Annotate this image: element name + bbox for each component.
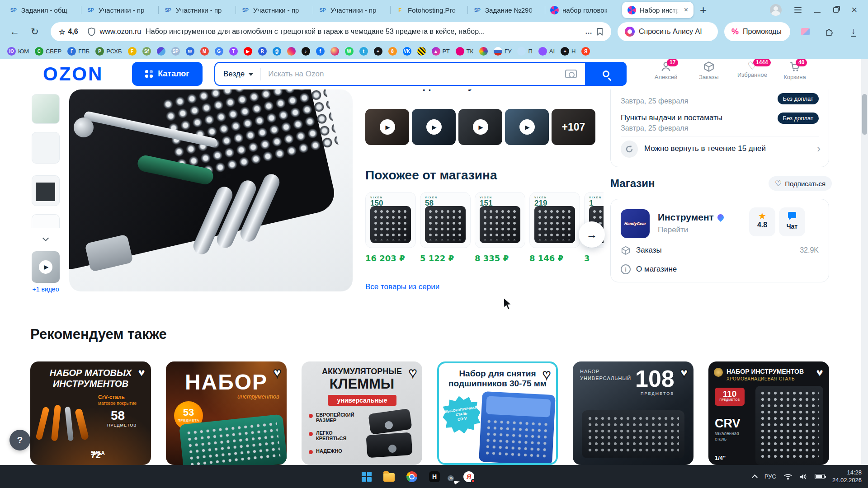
customer-video-4[interactable]: ▶ [505, 109, 549, 145]
browser-tab[interactable]: SP Участники - пр [313, 0, 390, 20]
bookmark-item[interactable]: Ю ЮМ [7, 47, 29, 56]
thumbnails-scroll-down[interactable] [32, 236, 60, 240]
product-thumbnail-2[interactable] [32, 132, 60, 164]
bookmark-item[interactable]: Я [581, 47, 590, 56]
site-rating[interactable]: ☆4,6 [59, 28, 78, 36]
shield-icon[interactable] [88, 28, 95, 36]
catalog-button[interactable]: Каталог [132, 62, 203, 86]
bookmark-item[interactable]: ТК [456, 47, 474, 56]
help-button[interactable]: ? [9, 430, 30, 450]
customer-videos-more[interactable]: +107 [552, 109, 595, 145]
new-tab-button[interactable]: + [700, 4, 707, 16]
browser-profile-avatar[interactable] [770, 4, 782, 16]
scrollbar-thumb[interactable] [862, 94, 867, 135]
back-icon[interactable]: ← [10, 26, 19, 37]
browser-tab[interactable]: SP Задание №290 [467, 0, 545, 20]
camera-search-icon[interactable] [565, 70, 577, 78]
browser-tab[interactable]: F Fotohosting.Pro [390, 0, 467, 20]
similar-product-card[interactable]: VIXEN 151 8 335 ₽ [475, 192, 525, 289]
more-dots-icon[interactable]: … [585, 28, 592, 36]
windows-start-icon[interactable] [362, 472, 372, 482]
bookmark-item[interactable]: Г ГПБ [67, 47, 90, 56]
favorite-heart-icon[interactable]: ♥ [273, 365, 281, 380]
search-scope-dropdown[interactable]: Везде [215, 70, 260, 79]
url-field[interactable]: ☆4,6 www.ozon.ru Набор инструментов для … [51, 22, 611, 41]
store-about-row[interactable]: i О магазине [621, 264, 819, 274]
taskbar-clock[interactable]: 14:28 24.02.2026 [832, 469, 862, 484]
store-name[interactable]: Инструмент [658, 212, 724, 223]
search-bar[interactable]: Везде Искать на Ozon [214, 62, 627, 86]
bookmark-item[interactable]: ✉ [186, 47, 194, 56]
store-go-link[interactable]: Перейти [658, 225, 688, 235]
bookmark-item[interactable]: W [345, 47, 354, 56]
recommend-card-3[interactable]: ♥ АККУМУЛЯТОРНЫЕ КЛЕММЫ универсальные ЕВ… [302, 361, 422, 465]
bookmark-item[interactable]: f [316, 47, 325, 56]
bookmark-item[interactable]: SP [171, 47, 180, 56]
customer-video-2[interactable]: ▶ [412, 109, 456, 145]
search-button[interactable] [585, 62, 627, 86]
bookmark-item[interactable] [287, 47, 296, 56]
store-orders-row[interactable]: Заказы 32.9K [621, 245, 819, 255]
all-series-link[interactable]: Все товары из серии [365, 282, 439, 291]
browser-menu-icon[interactable] [794, 7, 802, 13]
browser-tab[interactable]: SP Задания - общ [4, 0, 81, 20]
similar-product-card[interactable]: VIXEN 150 16 203 ₽ [365, 192, 416, 289]
similar-product-card[interactable]: VIXEN 219 8 146 ₽ [529, 192, 580, 289]
similar-product-card[interactable]: VIXEN 58 5 122 ₽ [420, 192, 471, 289]
restore-icon[interactable] [833, 7, 839, 13]
wifi-icon[interactable] [784, 474, 792, 480]
bookmark-item[interactable]: R [258, 47, 267, 56]
bookmark-item[interactable]: F [128, 47, 137, 56]
bookmark-item[interactable]: G [215, 47, 223, 56]
chrome-icon[interactable] [406, 471, 417, 482]
bookmark-item[interactable]: T [229, 47, 238, 56]
orders-nav-item[interactable]: Заказы [688, 61, 730, 80]
cart-nav-item[interactable]: 40 Корзина [774, 61, 816, 80]
promo-button[interactable]: % Промокоды [724, 22, 790, 41]
favorite-heart-icon[interactable]: ♥ [137, 365, 146, 380]
yandex-browser-icon[interactable]: Я [463, 471, 474, 482]
scrollbar-track[interactable] [861, 59, 868, 465]
bookmark-item[interactable] [157, 47, 165, 56]
bookmark-item[interactable]: + [374, 47, 382, 56]
active-tab[interactable]: Набор инстр × [622, 2, 693, 18]
bookmark-item[interactable] [330, 47, 339, 56]
wallpaper-icon[interactable] [801, 28, 810, 35]
alice-button[interactable]: Спросить Алису AI [618, 22, 718, 41]
bookmark-item[interactable]: AI [538, 47, 555, 56]
bookmark-item[interactable]: M [200, 47, 209, 56]
favorite-heart-icon[interactable]: ♥ [409, 365, 417, 380]
store-chat-tile[interactable]: Чат [779, 207, 805, 236]
bookmark-item[interactable]: П [517, 47, 532, 56]
bookmark-item[interactable]: Sf [142, 47, 151, 56]
bookmark-item[interactable]: С СБЕР [35, 47, 61, 56]
subscribe-button[interactable]: ♡ Подписаться [769, 176, 832, 191]
favorites-nav-item[interactable]: ♡ 1444 Избранное [731, 61, 773, 78]
customer-video-3[interactable]: ▶ [458, 109, 502, 145]
bookmark-flag-icon[interactable] [597, 28, 603, 36]
bookmark-item[interactable]: 8 [388, 47, 397, 56]
bookmark-item[interactable]: ▲ РТ [432, 47, 450, 56]
store-rating-tile[interactable]: ★ 4.8 [749, 207, 775, 236]
carousel-next-button[interactable]: → [579, 221, 605, 248]
bookmark-item[interactable]: VK [403, 47, 411, 56]
ozon-logo[interactable]: OZON [43, 63, 103, 85]
product-thumbnail-3[interactable] [32, 175, 60, 206]
product-thumbnail-1[interactable] [32, 94, 60, 124]
file-explorer-icon[interactable] [383, 473, 395, 482]
browser-tab[interactable]: SP Участники - пр [158, 0, 236, 20]
bookmark-item[interactable]: @ [273, 47, 281, 56]
bookmark-item[interactable]: ▶ [244, 47, 252, 56]
bookmark-item[interactable] [479, 47, 488, 56]
customer-video-1[interactable]: ▶ [365, 109, 409, 145]
favorite-heart-icon[interactable]: ♥ [542, 367, 551, 382]
recommend-card-6[interactable]: ♥ НАБОР ИНСТРУМЕНТОВ ХРОМОВАНАДИЕВАЯ СТА… [708, 361, 829, 465]
bookmark-item[interactable]: Р РСХБ [95, 47, 122, 56]
browser-tab[interactable]: SP Участники - пр [81, 0, 158, 20]
bookmark-item[interactable]: t [359, 47, 368, 56]
battery-icon[interactable] [815, 474, 825, 479]
language-indicator[interactable]: РУС [764, 473, 776, 480]
bookmark-item[interactable]: ГУ [494, 47, 511, 56]
minimize-icon[interactable] [814, 12, 821, 13]
speaker-icon[interactable] [800, 474, 807, 480]
